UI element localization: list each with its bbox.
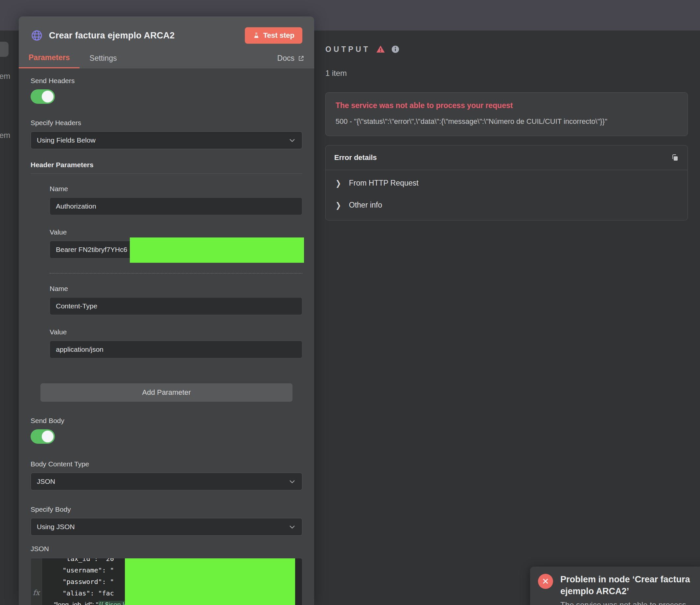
docs-label: Docs [277,54,295,63]
send-body-toggle[interactable] [30,429,55,444]
screen: em em Crear factura ejemplo ARCA2 [0,0,700,605]
docs-link[interactable]: Docs [277,54,314,68]
node-header: Crear factura ejemplo ARCA2 Test step Pa… [19,17,314,68]
header-parameter-row: Name Authorization Value Bearer FN2tibry… [50,185,302,259]
test-step-label: Test step [263,31,295,40]
parameter-divider [50,273,302,273]
tab-settings[interactable]: Settings [79,54,127,68]
node-detail-panel: Crear factura ejemplo ARCA2 Test step Pa… [19,17,314,605]
body-content-type-select[interactable]: JSON [30,473,302,490]
specify-body-select[interactable]: Using JSON [30,518,302,536]
background-text-fragment: em [0,131,10,140]
error-message-box: The service was not able to process your… [325,92,688,136]
chevron-right-icon: ❯ [335,200,341,210]
tab-parameters[interactable]: Parameters [19,53,79,68]
background-button-fragment [0,42,8,57]
external-link-icon [298,55,304,62]
header-parameters-title: Header Parameters [30,161,302,174]
accordion-label: Other info [349,201,382,210]
redaction-block [130,237,304,263]
param-value-input[interactable]: application/json [50,341,302,358]
specify-headers-label: Specify Headers [30,119,302,127]
error-detail: 500 - "{\"status\":\"error\",\"data\":{\… [335,117,678,126]
send-headers-label: Send Headers [30,77,302,85]
chevron-down-icon [288,523,296,531]
chevron-down-icon [288,478,296,485]
redaction-block [125,558,295,605]
toggle-knob [42,430,54,442]
param-value-value: Bearer FN2tibryf7YHc6 [56,246,127,254]
body-content-type-label: Body Content Type [30,460,302,468]
body-content-type-value: JSON [37,478,55,485]
error-details-title: Error details [334,153,377,162]
info-icon[interactable] [391,45,400,54]
specify-headers-select[interactable]: Using Fields Below [30,131,302,149]
http-globe-icon [30,29,43,42]
background-text-fragment: em [0,72,10,81]
expression-fx-badge: fx [33,588,40,597]
chevron-down-icon [288,136,296,144]
copy-icon[interactable] [671,154,679,162]
output-panel: OUTPUT 1 item The service was not able t… [325,30,700,220]
param-value-value: application/json [56,345,103,353]
specify-body-value: Using JSON [37,523,75,531]
param-name-input[interactable]: Content-Type [50,297,302,315]
output-items-count: 1 item [325,69,700,78]
param-value-label: Value [50,228,302,236]
output-title: OUTPUT [325,45,370,54]
json-label: JSON [30,545,302,553]
specify-headers-value: Using Fields Below [37,136,96,144]
tabs-row: Parameters Settings Docs [19,50,314,68]
error-details-box: Error details ❯ From HTTP Request ❯ Othe… [325,145,688,220]
error-toast[interactable]: ✕ Problem in node ‘Crear factura ejemplo… [530,567,700,605]
param-name-value: Authorization [56,202,96,210]
chevron-right-icon: ❯ [335,178,341,188]
error-title: The service was not able to process your… [335,101,678,110]
accordion-label: From HTTP Request [349,179,419,188]
toast-body: The service was not able to process [560,600,696,605]
send-headers-toggle[interactable] [30,89,55,104]
param-name-label: Name [50,185,302,193]
header-parameter-row: Name Content-Type Value application/json [50,285,302,358]
test-step-button[interactable]: Test step [245,27,302,44]
parameters-body: Send Headers Specify Headers Using Field… [19,68,314,605]
specify-body-label: Specify Body [30,505,302,514]
json-code-editor[interactable]: fx "tax_id": "20 "username": " "password… [30,558,302,605]
param-name-label: Name [50,285,302,293]
editor-gutter: fx [31,558,42,605]
toast-title: Problem in node ‘Crear factura ejemplo A… [560,574,696,597]
param-name-input[interactable]: Authorization [50,198,302,215]
node-title: Crear factura ejemplo ARCA2 [49,30,245,41]
warning-triangle-icon [376,44,385,54]
toggle-knob [42,91,54,103]
param-value-label: Value [50,328,302,336]
error-x-icon: ✕ [538,574,553,589]
flask-icon [253,32,260,39]
param-value-input[interactable]: Bearer FN2tibryf7YHc6 [50,241,302,259]
accordion-other-info[interactable]: ❯ Other info [326,192,688,220]
send-body-label: Send Body [30,417,302,425]
accordion-from-http-request[interactable]: ❯ From HTTP Request [326,170,688,192]
add-parameter-button[interactable]: Add Parameter [41,383,293,402]
param-name-value: Content-Type [56,302,97,310]
